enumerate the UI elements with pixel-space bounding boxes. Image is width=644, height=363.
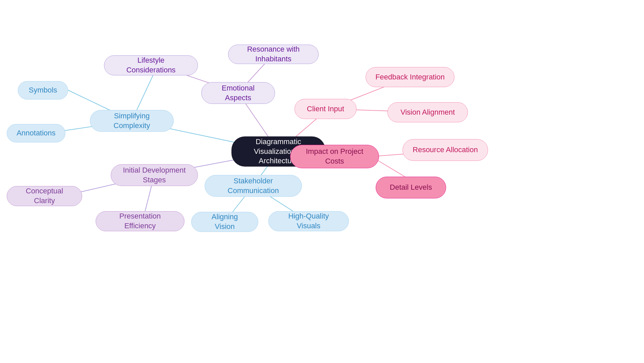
simplifying-complexity-node: Simplifying Complexity bbox=[90, 110, 174, 132]
feedback-integration-node: Feedback Integration bbox=[366, 67, 454, 87]
aligning-label: Aligning Vision bbox=[201, 212, 249, 231]
presentation-efficiency-node: Presentation Efficiency bbox=[96, 211, 184, 231]
initial-dev-node: Initial Development Stages bbox=[111, 164, 198, 186]
initial-dev-label: Initial Development Stages bbox=[120, 166, 188, 185]
emotional-aspects-node: Emotional Aspects bbox=[201, 82, 275, 104]
annotations-label: Annotations bbox=[16, 128, 55, 138]
client-input-label: Client Input bbox=[307, 104, 344, 114]
resource-allocation-node: Resource Allocation bbox=[402, 139, 488, 161]
aligning-vision-node: Aligning Vision bbox=[191, 212, 258, 232]
high-quality-label: High-Quality Visuals bbox=[278, 211, 339, 231]
resource-label: Resource Allocation bbox=[413, 145, 478, 155]
detail-label: Detail Levels bbox=[390, 183, 432, 192]
lifestyle-label: Lifestyle Considerations bbox=[114, 56, 188, 75]
client-input-node: Client Input bbox=[294, 99, 357, 119]
resonance-node: Resonance with Inhabitants bbox=[228, 45, 319, 64]
resonance-label: Resonance with Inhabitants bbox=[238, 45, 309, 64]
stakeholder-label: Stakeholder Communication bbox=[214, 176, 292, 195]
presentation-label: Presentation Efficiency bbox=[105, 211, 175, 231]
lifestyle-node: Lifestyle Considerations bbox=[104, 55, 198, 75]
annotations-node: Annotations bbox=[7, 124, 65, 142]
stakeholder-node: Stakeholder Communication bbox=[205, 175, 302, 197]
vision-alignment-node: Vision Alignment bbox=[387, 102, 468, 122]
vision-align-label: Vision Alignment bbox=[400, 108, 455, 117]
high-quality-node: High-Quality Visuals bbox=[268, 211, 349, 231]
simplifying-label: Simplifying Complexity bbox=[100, 111, 164, 130]
feedback-label: Feedback Integration bbox=[375, 72, 445, 82]
conceptual-label: Conceptual Clarity bbox=[16, 186, 72, 205]
impact-label: Impact on Project Costs bbox=[300, 147, 369, 166]
impact-costs-node: Impact on Project Costs bbox=[290, 145, 379, 168]
detail-levels-node: Detail Levels bbox=[376, 177, 446, 198]
symbols-node: Symbols bbox=[18, 81, 68, 100]
emotional-aspects-label: Emotional Aspects bbox=[211, 83, 265, 103]
conceptual-clarity-node: Conceptual Clarity bbox=[7, 186, 82, 206]
symbols-label: Symbols bbox=[29, 85, 57, 95]
